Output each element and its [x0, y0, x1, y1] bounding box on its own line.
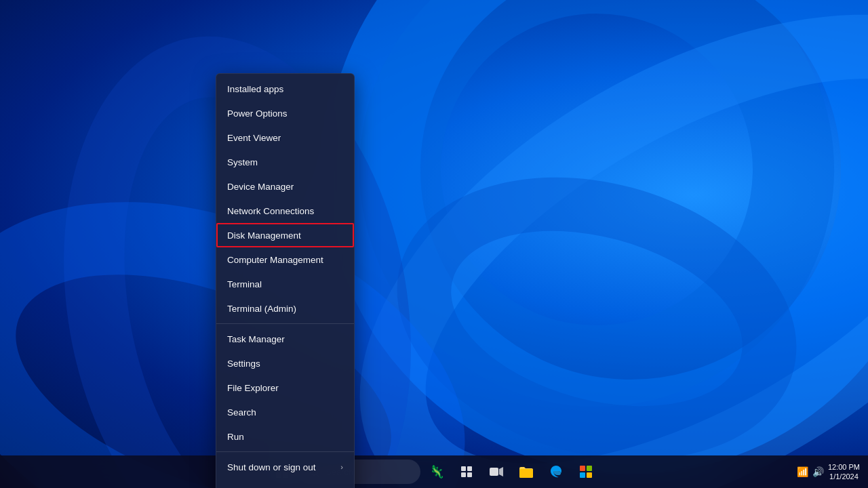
svg-marker-5 — [499, 467, 503, 476]
svg-rect-8 — [587, 466, 592, 471]
menu-item-label-installed-apps: Installed apps — [227, 84, 283, 94]
file-explorer-taskbar-icon[interactable] — [513, 458, 540, 485]
menu-item-network-connections[interactable]: Network Connections — [216, 199, 354, 223]
menu-divider — [216, 451, 354, 452]
svg-rect-4 — [490, 468, 498, 476]
menu-item-installed-apps[interactable]: Installed apps — [216, 77, 354, 101]
svg-rect-2 — [461, 472, 466, 477]
menu-item-power-options[interactable]: Power Options — [216, 101, 354, 125]
menu-item-settings[interactable]: Settings — [216, 351, 354, 375]
menu-item-label-event-viewer: Event Viewer — [227, 133, 281, 143]
menu-item-label-file-explorer: File Explorer — [227, 383, 279, 393]
menu-item-shut-down-sign-out[interactable]: Shut down or sign out› — [216, 455, 354, 479]
menu-item-event-viewer[interactable]: Event Viewer — [216, 125, 354, 150]
menu-item-label-computer-management: Computer Management — [227, 255, 323, 265]
svg-rect-9 — [580, 472, 585, 478]
gecko-taskbar-icon[interactable]: 🦎 — [423, 458, 450, 485]
menu-item-label-terminal: Terminal — [227, 279, 262, 289]
task-view-icon — [460, 466, 473, 478]
menu-item-label-run: Run — [227, 432, 244, 442]
menu-item-device-manager[interactable]: Device Manager — [216, 174, 354, 199]
svg-rect-0 — [461, 466, 466, 471]
menu-item-desktop[interactable]: Desktop — [216, 479, 354, 488]
menu-item-label-system: System — [227, 157, 258, 167]
menu-item-label-shut-down-sign-out: Shut down or sign out — [227, 462, 316, 472]
menu-item-label-settings: Settings — [227, 359, 260, 369]
edge-icon — [549, 465, 563, 479]
menu-item-search[interactable]: Search — [216, 400, 354, 424]
menu-item-arrow-shut-down-sign-out: › — [340, 463, 343, 471]
menu-item-label-terminal-admin: Terminal (Admin) — [227, 304, 296, 314]
volume-icon: 🔊 — [812, 466, 824, 477]
store-taskbar-icon[interactable] — [572, 458, 599, 485]
menu-item-label-disk-management: Disk Management — [227, 230, 301, 241]
menu-item-label-network-connections: Network Connections — [227, 206, 314, 216]
video-icon — [490, 466, 503, 477]
task-view-button[interactable] — [453, 458, 480, 485]
menu-item-task-manager[interactable]: Task Manager — [216, 327, 354, 351]
store-icon — [580, 466, 592, 478]
clock-date: 1/1/2024 — [828, 472, 860, 481]
taskbar: Search 🦎 — [0, 455, 868, 488]
clock: 12:00 PM 1/1/2024 — [828, 462, 860, 482]
menu-item-label-search: Search — [227, 407, 256, 418]
svg-rect-1 — [467, 466, 472, 471]
menu-item-disk-management[interactable]: Disk Management — [216, 223, 354, 247]
system-tray: 📶 🔊 12:00 PM 1/1/2024 — [797, 462, 860, 482]
menu-divider — [216, 323, 354, 324]
meet-taskbar-icon[interactable] — [483, 458, 510, 485]
clock-time: 12:00 PM — [828, 462, 860, 472]
menu-item-terminal[interactable]: Terminal — [216, 272, 354, 296]
folder-icon — [519, 466, 533, 478]
menu-item-terminal-admin[interactable]: Terminal (Admin) — [216, 296, 354, 321]
wifi-icon: 📶 — [797, 466, 808, 477]
menu-item-label-power-options: Power Options — [227, 108, 288, 119]
edge-taskbar-icon[interactable] — [542, 458, 570, 485]
menu-item-system[interactable]: System — [216, 150, 354, 174]
menu-item-run[interactable]: Run — [216, 424, 354, 449]
svg-rect-10 — [587, 472, 592, 478]
desktop — [0, 0, 868, 488]
svg-rect-7 — [580, 466, 585, 471]
context-menu: Installed appsPower OptionsEvent ViewerS… — [216, 73, 355, 488]
menu-item-label-task-manager: Task Manager — [227, 334, 285, 344]
menu-item-label-device-manager: Device Manager — [227, 182, 294, 192]
menu-item-file-explorer[interactable]: File Explorer — [216, 375, 354, 400]
svg-rect-6 — [519, 469, 533, 478]
menu-item-computer-management[interactable]: Computer Management — [216, 247, 354, 272]
svg-rect-3 — [467, 472, 472, 477]
